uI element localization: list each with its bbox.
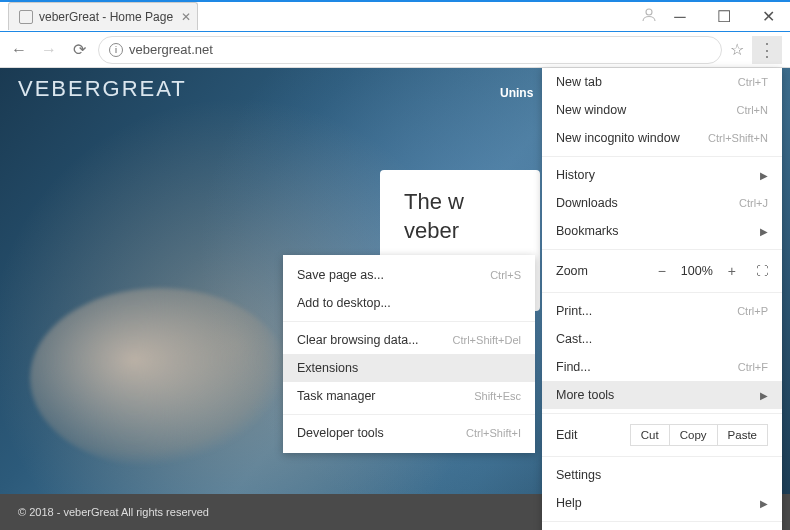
- copyright-text: © 2018 - veberGreat All rights reserved: [18, 506, 209, 518]
- menu-print[interactable]: Print...Ctrl+P: [542, 297, 782, 325]
- reload-button[interactable]: ⟳: [68, 40, 90, 59]
- maximize-button[interactable]: ☐: [702, 2, 746, 32]
- svg-point-0: [646, 9, 652, 15]
- menu-history[interactable]: History▶: [542, 161, 782, 189]
- forward-button[interactable]: →: [38, 41, 60, 59]
- tab-strip: veberGreat - Home Page ✕: [8, 2, 198, 30]
- browser-toolbar: ← → ⟳ i vebergreat.net ☆ ⋮: [0, 32, 790, 68]
- chevron-right-icon: ▶: [760, 498, 768, 509]
- edit-label: Edit: [556, 428, 578, 442]
- submenu-save-page[interactable]: Save page as...Ctrl+S: [283, 261, 535, 289]
- cut-button[interactable]: Cut: [630, 424, 670, 446]
- site-logo: VEBERGREAT: [18, 76, 187, 102]
- menu-exit[interactable]: ExitCtrl+Shift+Q: [542, 526, 782, 530]
- minimize-button[interactable]: ─: [658, 2, 702, 32]
- menu-bookmarks[interactable]: Bookmarks▶: [542, 217, 782, 245]
- menu-settings[interactable]: Settings: [542, 461, 782, 489]
- more-tools-submenu: Save page as...Ctrl+S Add to desktop... …: [283, 255, 535, 453]
- menu-cast[interactable]: Cast...: [542, 325, 782, 353]
- copy-button[interactable]: Copy: [669, 424, 718, 446]
- menu-new-window[interactable]: New windowCtrl+N: [542, 96, 782, 124]
- chrome-menu: New tabCtrl+T New windowCtrl+N New incog…: [542, 68, 782, 530]
- zoom-value: 100%: [680, 264, 714, 278]
- back-button[interactable]: ←: [8, 41, 30, 59]
- menu-separator: [542, 413, 782, 414]
- chevron-right-icon: ▶: [760, 226, 768, 237]
- paste-button[interactable]: Paste: [717, 424, 768, 446]
- tab-title: veberGreat - Home Page: [39, 10, 173, 24]
- menu-separator: [542, 156, 782, 157]
- submenu-task-manager[interactable]: Task managerShift+Esc: [283, 382, 535, 410]
- submenu-extensions[interactable]: Extensions: [283, 354, 535, 382]
- chrome-menu-button[interactable]: ⋮: [752, 36, 782, 64]
- site-info-icon[interactable]: i: [109, 43, 123, 57]
- menu-new-incognito[interactable]: New incognito windowCtrl+Shift+N: [542, 124, 782, 152]
- address-bar[interactable]: i vebergreat.net: [98, 36, 722, 64]
- submenu-clear-data[interactable]: Clear browsing data...Ctrl+Shift+Del: [283, 326, 535, 354]
- menu-separator: [283, 321, 535, 322]
- page-nav-link[interactable]: Unins: [500, 86, 533, 100]
- menu-separator: [542, 456, 782, 457]
- menu-find[interactable]: Find...Ctrl+F: [542, 353, 782, 381]
- menu-separator: [542, 521, 782, 522]
- zoom-in-button[interactable]: +: [728, 263, 736, 279]
- hero-heading: The wveber: [404, 188, 516, 245]
- menu-more-tools[interactable]: More tools▶: [542, 381, 782, 409]
- menu-help[interactable]: Help▶: [542, 489, 782, 517]
- tab-close-button[interactable]: ✕: [181, 10, 191, 24]
- menu-edit: Edit Cut Copy Paste: [542, 418, 782, 452]
- zoom-out-button[interactable]: −: [658, 263, 666, 279]
- menu-separator: [542, 292, 782, 293]
- menu-zoom: Zoom − 100% + ⛶: [542, 254, 782, 288]
- account-icon[interactable]: [640, 6, 658, 28]
- submenu-dev-tools[interactable]: Developer toolsCtrl+Shift+I: [283, 419, 535, 447]
- favicon-icon: [19, 10, 33, 24]
- fullscreen-icon[interactable]: ⛶: [756, 264, 768, 278]
- chevron-right-icon: ▶: [760, 170, 768, 181]
- menu-separator: [542, 249, 782, 250]
- submenu-add-desktop[interactable]: Add to desktop...: [283, 289, 535, 317]
- menu-separator: [283, 414, 535, 415]
- close-window-button[interactable]: ✕: [746, 2, 790, 32]
- bookmark-star-icon[interactable]: ☆: [730, 40, 744, 59]
- browser-tab[interactable]: veberGreat - Home Page ✕: [8, 2, 198, 30]
- hero-image: [30, 288, 290, 468]
- chevron-right-icon: ▶: [760, 390, 768, 401]
- url-text: vebergreat.net: [129, 42, 213, 57]
- menu-downloads[interactable]: DownloadsCtrl+J: [542, 189, 782, 217]
- menu-new-tab[interactable]: New tabCtrl+T: [542, 68, 782, 96]
- zoom-label: Zoom: [556, 264, 588, 278]
